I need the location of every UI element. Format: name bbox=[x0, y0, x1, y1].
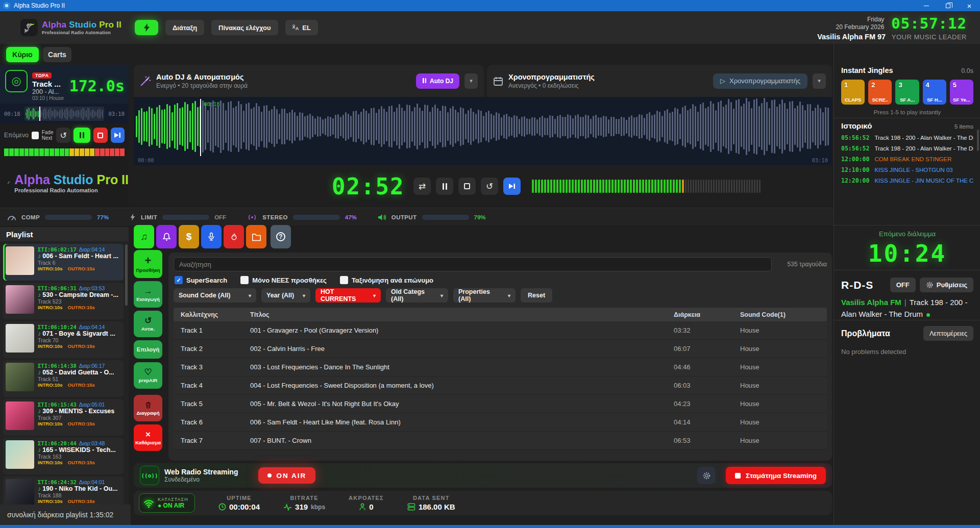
jingle-pad-3[interactable]: 3SF A... bbox=[895, 80, 919, 105]
track-row[interactable]: Track 3003 - Lost Frequencies - Dance In… bbox=[174, 358, 827, 376]
stop-streaming-button[interactable]: Σταμάτημα Streaming bbox=[726, 467, 826, 484]
tab-folders[interactable] bbox=[246, 225, 266, 248]
skip-button[interactable] bbox=[111, 128, 125, 143]
track-duration: 06:53 bbox=[674, 437, 740, 444]
playlist-item[interactable]: ΣΤΙ:06:10:24Διαρ:04:14♪071 - Boye & Sigv… bbox=[3, 321, 124, 358]
track-row[interactable]: Track 4004 - Lost Frequencies - Sweet Di… bbox=[174, 376, 827, 395]
tab-jingles-bell[interactable] bbox=[156, 225, 177, 248]
repeat-button[interactable]: ⇄ bbox=[413, 178, 431, 195]
history-scrollbar[interactable] bbox=[977, 130, 979, 151]
sort-by-surname-checkbox[interactable]: Ταξινόμηση ανά επώνυμο bbox=[340, 276, 433, 284]
history-item[interactable]: 12:00:00COM BREAK END STINGER bbox=[841, 156, 973, 166]
rds-off-button[interactable]: OFF bbox=[890, 278, 916, 292]
transport-skip-button[interactable] bbox=[503, 178, 521, 195]
tab-voicetracks[interactable] bbox=[201, 225, 222, 248]
main-waveform-panel[interactable]: 00:18 00:00 03:10 bbox=[134, 97, 832, 165]
item-outro: OUTRO:15s bbox=[68, 266, 95, 271]
history-item[interactable]: 05:56:52Track 198 - 200 - Alan Walker - … bbox=[841, 134, 973, 145]
scheduler-dropdown[interactable]: ▾ bbox=[813, 73, 826, 89]
tab-main[interactable]: Κύριο bbox=[6, 47, 39, 62]
jingle-pad-2[interactable]: 2SCRE.. bbox=[868, 80, 892, 105]
jingle-pad-5[interactable]: 5SF Ye... bbox=[950, 80, 973, 105]
item-track: Track 163 bbox=[38, 454, 116, 460]
supersearch-checkbox[interactable]: ✓SuperSearch bbox=[175, 276, 227, 284]
tab-help[interactable]: ? bbox=[271, 225, 291, 248]
insert-button[interactable]: →Εισαγωγή bbox=[134, 281, 162, 308]
playlist-item[interactable]: ΣΤΙ:06:15:43Διαρ:05:01♪309 - MENTIS - Ex… bbox=[3, 399, 124, 436]
track-row[interactable]: Track 7007 - BUNT. - Crown06:53House bbox=[174, 432, 827, 450]
delete-button[interactable]: Διαγραφή bbox=[134, 395, 162, 421]
playlist-item[interactable]: ΣΤΙ:06:24:32Διαρ:04:01♪190 - Niko The Ki… bbox=[3, 476, 124, 505]
output-label: OUTPUT bbox=[391, 214, 417, 220]
flame-icon bbox=[230, 232, 238, 242]
scheduler-toggle-button[interactable]: ▷Χρονοπρογραμματιστής bbox=[713, 73, 807, 89]
item-outro: OUTRO:15s bbox=[68, 460, 95, 465]
jingle-pad-4[interactable]: 4SF H... bbox=[923, 80, 946, 105]
soundcode-filter[interactable]: Sound Code (All)▾ bbox=[174, 288, 256, 303]
rds-settings-button[interactable]: Ρυθμίσεις bbox=[920, 278, 973, 292]
track-row[interactable]: Track 1001 - Gravagerz - Pool (Gravagerz… bbox=[174, 321, 827, 340]
hot-currents-filter[interactable]: HOT CURRENTS▾ bbox=[315, 288, 381, 303]
start-time: ΣΤΙ:06:02:17 bbox=[38, 246, 77, 253]
track-row[interactable]: Track 6006 - Sam Feldt - Heart Like Mine… bbox=[174, 413, 827, 432]
item-duration: Διαρ:04:01 bbox=[79, 479, 105, 485]
replace-button[interactable]: ↺Αντικ. bbox=[134, 311, 162, 337]
folder-icon bbox=[252, 233, 261, 241]
pause-button[interactable] bbox=[74, 128, 90, 143]
tab-carts[interactable]: Carts bbox=[43, 47, 71, 62]
add-button[interactable]: +Προσθήκη bbox=[134, 250, 162, 278]
prepair-button[interactable]: ♡prepAIR bbox=[134, 362, 162, 389]
close-button[interactable]: × bbox=[959, 0, 980, 11]
transport-pause-button[interactable] bbox=[436, 178, 453, 195]
tab-music[interactable]: ♫ bbox=[134, 225, 154, 248]
year-filter[interactable]: Year (All)▾ bbox=[261, 288, 310, 303]
maximize-button[interactable] bbox=[937, 0, 959, 11]
jingle-pad-1[interactable]: 1CLAPS bbox=[841, 80, 865, 105]
history-item[interactable]: 05:56:52Track 198 - 200 - Alan Walker - … bbox=[841, 145, 973, 156]
layout-button[interactable]: Διάταξη bbox=[165, 20, 204, 35]
next-break-time: 10:24 bbox=[841, 240, 973, 267]
autodj-dropdown[interactable]: ▾ bbox=[464, 73, 478, 89]
select-button[interactable]: Επιλογή bbox=[134, 340, 162, 359]
stop-square-icon bbox=[735, 473, 741, 479]
stop-button[interactable] bbox=[93, 128, 108, 143]
playlist-item[interactable]: ΣΤΙ:06:02:17Διαρ:04:14♪006 - Sam Feldt -… bbox=[3, 244, 124, 281]
start-time: ΣΤΙ:06:14:38 bbox=[38, 363, 77, 369]
clear-button[interactable]: ×Καθάρισμα bbox=[134, 424, 162, 451]
problems-details-button[interactable]: Λεπτομέρειες bbox=[923, 326, 973, 341]
waveform-playhead[interactable] bbox=[200, 99, 201, 156]
playlist-item[interactable]: ΣΤΙ:06:20:44Διαρ:03:48♪165 - WISEKIDS - … bbox=[3, 438, 124, 474]
playlist-item[interactable]: ΣΤΙ:06:14:38Διαρ:06:17♪052 - David Guett… bbox=[3, 360, 124, 397]
loop-button[interactable]: ↺ bbox=[56, 128, 70, 143]
streaming-settings-button[interactable] bbox=[697, 467, 716, 484]
new-additions-checkbox[interactable]: Μόνο ΝΕΕΣ προσθήκες bbox=[240, 276, 327, 284]
clock-icon bbox=[218, 503, 226, 511]
reset-filters-button[interactable]: Reset bbox=[521, 288, 552, 303]
history-item[interactable]: 12:20:00KISS JINGLE - JIN MUSIC OF THE C… bbox=[841, 177, 973, 188]
fade-next-checkbox[interactable] bbox=[32, 132, 39, 139]
transport-restart-button[interactable]: ↺ bbox=[481, 178, 498, 195]
tab-hot[interactable] bbox=[224, 225, 244, 248]
track-title: 004 - Lost Frequencies - Sweet Dispositi… bbox=[239, 382, 674, 389]
playlist-header: Playlist bbox=[0, 227, 129, 241]
wave-start-time: 00:00 bbox=[138, 157, 154, 163]
track-row[interactable]: Track 5005 - Mr. Belt & Wezol - It's Not… bbox=[174, 395, 827, 413]
properties-filter[interactable]: Properties (All)▾ bbox=[453, 288, 516, 303]
mini-waveform[interactable] bbox=[24, 107, 105, 121]
track-row[interactable]: Track 2002 - Calvin Harris - Free06:07Ho… bbox=[174, 340, 827, 358]
minimize-button[interactable] bbox=[916, 0, 937, 11]
tab-commercials[interactable]: $ bbox=[179, 225, 199, 248]
transport-stop-button[interactable] bbox=[458, 178, 476, 195]
language-button[interactable]: ẍAEL bbox=[285, 20, 318, 35]
quick-action-button[interactable] bbox=[135, 20, 158, 35]
playlist-item[interactable]: ΣΤΙ:06:06:31Διαρ:03:53♪530 - Campsite Dr… bbox=[3, 283, 124, 319]
playlist-scrollbar[interactable] bbox=[125, 244, 128, 306]
track-soundcode: House bbox=[740, 363, 827, 371]
old-categs-filter[interactable]: Old Categs (All)▾ bbox=[386, 288, 448, 303]
item-title: ♪530 - Campsite Dream -... bbox=[38, 291, 118, 298]
control-panel-button[interactable]: Πίνακας ελέγχου bbox=[211, 20, 278, 35]
music-note-icon: ♪ bbox=[38, 253, 41, 260]
history-item[interactable]: 12:10:00KISS JINGLE - SHOTGUN 03 bbox=[841, 166, 973, 177]
search-input[interactable] bbox=[174, 257, 772, 271]
autodj-toggle-button[interactable]: Auto DJ bbox=[416, 73, 459, 89]
